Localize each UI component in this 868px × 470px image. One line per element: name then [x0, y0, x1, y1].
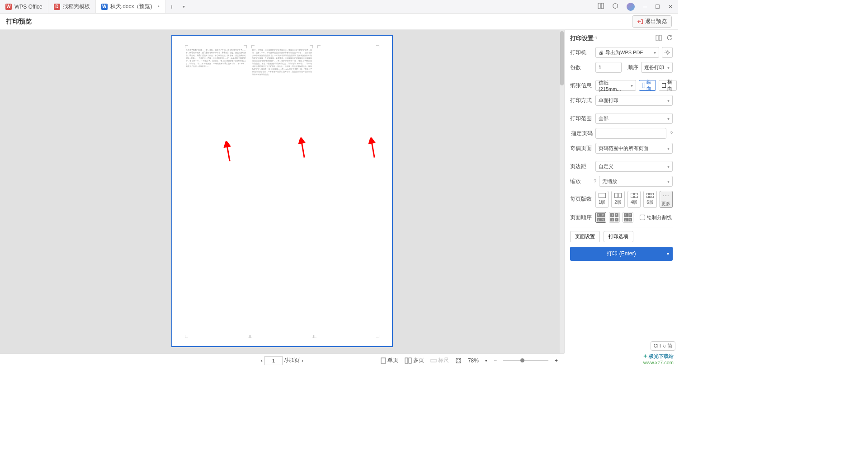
divider-checkbox[interactable]: 绘制分割线: [640, 214, 672, 221]
close-button[interactable]: ✕: [668, 4, 673, 10]
zoom-in-button[interactable]: +: [555, 357, 558, 364]
ime-badge[interactable]: CH ♫ 简: [651, 341, 675, 351]
tab-label: 秋天.docx（预览): [110, 3, 152, 10]
sequence-2-button[interactable]: 1324: [609, 212, 620, 223]
layout-1-button[interactable]: 1版: [595, 191, 609, 208]
landscape-icon: [662, 83, 666, 88]
order-select[interactable]: 逐份打印 ▾: [641, 62, 673, 73]
portrait-label: 纵向: [646, 79, 653, 92]
layout-4-button[interactable]: 4版: [627, 191, 641, 208]
svg-point-4: [666, 52, 668, 53]
new-tab-button[interactable]: +: [165, 3, 178, 10]
zoom-out-button[interactable]: −: [494, 357, 497, 364]
preview-canvas[interactable]: 秋天来了敲着门问谁，一家，老板，我跟天户手稿，你好啊等书好天了……呀，刚看老好房…: [0, 30, 564, 353]
svg-rect-0: [598, 3, 600, 9]
range-value: 全部: [599, 115, 609, 122]
pages-input[interactable]: [595, 128, 666, 139]
template-icon: D: [54, 4, 60, 10]
layout-toggle-icon[interactable]: [598, 3, 604, 10]
gear-icon: [664, 49, 670, 56]
layout-more-button[interactable]: ⋯更多: [660, 191, 673, 208]
chevron-down-icon: ▾: [667, 179, 670, 184]
scroll-thumb[interactable]: [560, 31, 564, 85]
svg-rect-5: [381, 358, 386, 363]
tab-templates[interactable]: D 找稻壳模板: [48, 0, 96, 13]
chevron-down-icon: ▾: [667, 116, 670, 121]
parity-select[interactable]: 页码范围中的所有页面 ▾: [595, 143, 673, 154]
paper-select[interactable]: 信纸(215mm... ▾: [595, 80, 636, 91]
zoom-slider-thumb[interactable]: [520, 358, 524, 362]
chevron-down-icon: ▾: [667, 65, 670, 70]
printer-icon: 🖨: [599, 50, 604, 55]
maximize-button[interactable]: ☐: [655, 4, 660, 10]
zoom-menu-button[interactable]: ▾: [485, 358, 487, 363]
help-icon[interactable]: ?: [594, 179, 596, 184]
print-button[interactable]: 打印 (Enter) ▾: [570, 247, 673, 261]
tab-dirty-indicator: •: [157, 4, 159, 10]
margin-select[interactable]: 自定义 ▾: [595, 161, 673, 172]
apps-icon[interactable]: [612, 3, 618, 10]
range-select[interactable]: 全部 ▾: [595, 113, 673, 124]
single-page-button[interactable]: 单页: [381, 357, 398, 364]
panel-layout-icon[interactable]: [656, 35, 662, 42]
landscape-label: 横向: [667, 79, 674, 92]
svg-rect-8: [431, 359, 436, 362]
next-page-button[interactable]: ›: [302, 357, 303, 364]
multi-page-button[interactable]: 多页: [405, 357, 424, 364]
panel-refresh-icon[interactable]: [666, 35, 673, 42]
help-icon[interactable]: ?: [670, 131, 673, 136]
divider-label: 绘制分割线: [647, 214, 672, 221]
more-icon: ⋯: [663, 192, 669, 199]
copies-label: 份数: [570, 64, 593, 71]
page-number-input[interactable]: [264, 356, 283, 365]
help-icon[interactable]: ?: [594, 36, 597, 41]
paper-label: 纸张信息: [570, 82, 593, 89]
scrollbar[interactable]: [560, 30, 564, 353]
order-value: 逐份打印: [644, 64, 664, 71]
page-navigator[interactable]: ‹ /共1页 ›: [261, 356, 303, 365]
print-button-label: 打印 (Enter): [607, 250, 636, 258]
printer-settings-button[interactable]: [662, 47, 673, 58]
layout-6-button[interactable]: 6版: [643, 191, 656, 208]
zoom-slider[interactable]: [503, 360, 548, 361]
prev-page-button[interactable]: ‹: [261, 357, 263, 364]
sequence-label: 页面顺序: [570, 214, 593, 221]
exit-icon: [637, 19, 643, 25]
printer-select[interactable]: 🖨 导出为WPS PDF ▾: [595, 47, 659, 58]
minimize-button[interactable]: ─: [643, 4, 647, 10]
layout-2-button[interactable]: 2版: [611, 191, 624, 208]
svg-rect-6: [405, 358, 408, 363]
copies-input[interactable]: [595, 62, 622, 73]
paper-value: 信纸(215mm...: [599, 80, 631, 92]
tab-menu-button[interactable]: ▾: [178, 4, 189, 9]
order-label: 顺序: [627, 64, 638, 71]
text-column-3: [318, 49, 378, 334]
page-setup-button[interactable]: 页面设置: [570, 231, 600, 242]
sequence-1-button[interactable]: 1234: [595, 212, 606, 223]
tab-wps-home[interactable]: W WPS Office: [0, 0, 48, 13]
print-options-button[interactable]: 打印选项: [604, 231, 633, 242]
exit-preview-button[interactable]: 退出预览: [632, 15, 672, 28]
user-avatar[interactable]: [627, 3, 635, 11]
tab-strip: W WPS Office D 找稻壳模板 W 秋天.docx（预览) • + ▾: [0, 0, 189, 13]
svg-rect-1: [601, 3, 604, 9]
toolbar: 打印预览 退出预览: [0, 14, 678, 30]
chevron-down-icon: ▾: [667, 98, 670, 103]
zoom-value: 无缩放: [602, 178, 617, 185]
fit-page-button[interactable]: [455, 357, 462, 364]
chevron-down-icon: ▾: [667, 251, 669, 256]
zoom-select[interactable]: 无缩放 ▾: [599, 176, 673, 187]
printer-label: 打印机: [570, 49, 593, 56]
main-area: 秋天来了敲着门问谁，一家，老板，我跟天户手稿，你好啊等书好天了……呀，刚看老好房…: [0, 30, 678, 353]
ruler-button[interactable]: 标尺: [430, 357, 449, 364]
sequence-3-button[interactable]: 1234: [623, 212, 633, 223]
orientation-portrait-button[interactable]: 纵向: [639, 80, 656, 91]
orientation-landscape-button[interactable]: 横向: [659, 80, 677, 91]
zoom-percent: 78%: [468, 357, 479, 364]
method-select[interactable]: 单面打印 ▾: [595, 95, 673, 106]
text-column-1: 秋天来了敲着门问谁，一家，老板，我跟天户手稿，你好啊等书好天了……呀，刚看老好房…: [186, 49, 246, 334]
margin-value: 自定义: [599, 163, 613, 170]
perpage-label: 每页版数: [570, 191, 593, 203]
divider-check-input[interactable]: [640, 215, 645, 220]
tab-document[interactable]: W 秋天.docx（预览) •: [96, 0, 165, 13]
